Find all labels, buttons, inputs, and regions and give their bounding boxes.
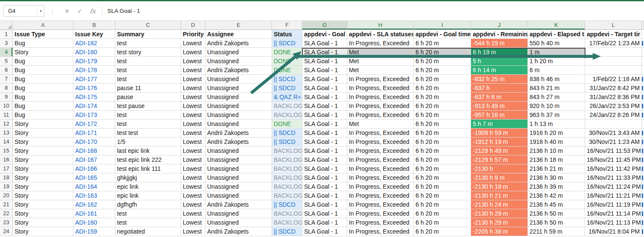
row-header-5[interactable]: 5 — [0, 57, 13, 66]
cell-target[interactable]: 24/Jan/22 8:26 PM — [585, 111, 642, 120]
cell-target[interactable]: 16/Nov/21 11:45 PM — [585, 155, 642, 164]
cell-goal_time[interactable]: 6 h 20 m — [414, 129, 471, 138]
cell-status[interactable]: BACKLOG — [272, 209, 302, 218]
cell-goal[interactable]: SLA Goal - 1 — [302, 227, 347, 236]
cell-remaining[interactable]: -2130 h 24 m — [471, 200, 528, 209]
cell-sla[interactable]: In Progress, Exceeded — [347, 200, 414, 209]
cell-goal[interactable]: SLA Goal - 1 — [302, 102, 347, 111]
cell-goal[interactable]: SLA Goal - 1 — [302, 57, 347, 66]
cell-status[interactable]: || SDCD — [272, 75, 302, 84]
cell-summary[interactable]: ghkjjgkj — [115, 173, 181, 182]
cell-assignee[interactable]: Unassigned — [205, 93, 272, 102]
row-header-16[interactable]: 16 — [0, 155, 13, 164]
cell-type[interactable]: Bug — [13, 39, 73, 48]
cell-elapsed[interactable]: 2136 h 18 m — [528, 155, 585, 164]
cell-summary[interactable]: test — [115, 111, 181, 120]
cell-remaining[interactable]: -2129 h 49 m — [471, 146, 528, 155]
cell-assignee[interactable]: Unassigned — [205, 146, 272, 155]
cell-elapsed[interactable]: 550 h 40 m — [528, 39, 585, 48]
cell-assignee[interactable]: Unassigned — [205, 164, 272, 173]
row-header-23[interactable]: 23 — [0, 218, 13, 227]
cell-type[interactable]: Story — [13, 209, 73, 218]
row-header-8[interactable]: 8 — [0, 84, 13, 93]
cell-type[interactable]: Story — [13, 120, 73, 129]
cell-summary[interactable]: test — [115, 218, 181, 227]
cell-target[interactable]: 16/Nov/21 11:14 PM — [585, 209, 642, 218]
cell-type[interactable]: Bug — [13, 84, 73, 93]
cell-remaining[interactable]: 6 h 14 m — [471, 66, 528, 75]
cell-sla[interactable]: In Progress, Exceeded — [347, 84, 414, 93]
cell-remaining[interactable]: -2130 h 29 m — [471, 218, 528, 227]
cell-assignee[interactable]: Andrii Zakopets — [205, 66, 272, 75]
cell-assignee[interactable]: Unassigned — [205, 155, 272, 164]
cell-priority[interactable]: Lowest — [181, 39, 205, 48]
cell-summary[interactable]: test story — [115, 48, 181, 57]
cell-summary[interactable]: test — [115, 75, 181, 84]
cell-elapsed[interactable]: 2136 h 10 m — [528, 146, 585, 155]
cell-goal[interactable]: SLA Goal - 1 — [302, 200, 347, 209]
cell-assignee[interactable]: Unassigned — [205, 102, 272, 111]
cell-remaining[interactable]: -2130 h 9 m — [471, 173, 528, 182]
cell-elapsed[interactable]: 1918 h 40 m — [528, 138, 585, 146]
header-cell-key[interactable]: Issue Key — [73, 30, 115, 39]
cell-sla[interactable]: In Progress, Exceeded — [347, 146, 414, 155]
cell-remaining[interactable]: 5 h — [471, 57, 528, 66]
cell-type[interactable]: Bug — [13, 111, 73, 120]
column-header-I[interactable]: I — [414, 21, 471, 30]
cell-type[interactable]: Story — [13, 200, 73, 209]
cell-type[interactable]: Bug — [13, 75, 73, 84]
cell-target[interactable] — [585, 120, 642, 129]
cell-elapsed[interactable]: 843 h 27 m — [528, 93, 585, 102]
cell-assignee[interactable]: Andrii Zakopets — [205, 227, 272, 236]
cell-target[interactable]: 26/Jan/22 3:53 PM — [585, 102, 642, 111]
cell-status[interactable]: || SDCD — [272, 84, 302, 93]
cell-elapsed[interactable]: 843 h 21 m — [528, 84, 585, 93]
cell-sla[interactable]: In Progress, Exceeded — [347, 111, 414, 120]
cell-elapsed[interactable]: 920 h 10 m — [528, 102, 585, 111]
cell-goal_time[interactable]: 6 h 20 m — [414, 218, 471, 227]
cell-priority[interactable]: Lowest — [181, 66, 205, 75]
cell-sla[interactable]: In Progress, Exceeded — [347, 155, 414, 164]
cell-elapsed[interactable]: 2211 h 59 m — [528, 227, 585, 236]
cell-summary[interactable]: test — [115, 120, 181, 129]
cell-assignee[interactable]: Unassigned — [205, 57, 272, 66]
cell-priority[interactable]: Lowest — [181, 209, 205, 218]
cell-summary[interactable]: 1/5 — [115, 138, 181, 146]
cell-type[interactable]: Bug — [13, 66, 73, 75]
cell-priority[interactable]: Lowest — [181, 102, 205, 111]
cell-summary[interactable]: test — [115, 209, 181, 218]
cell-key[interactable]: ADI-175 — [73, 93, 115, 102]
cell-status[interactable]: BACKLOG — [272, 218, 302, 227]
cell-remaining[interactable]: -2130 h 21 m — [471, 191, 528, 200]
cell-status[interactable]: || SDCD — [272, 200, 302, 209]
cell-goal_time[interactable]: 6 h 20 m — [414, 39, 471, 48]
header-cell-goal[interactable]: appdevi - Goal — [302, 30, 347, 39]
cell-key[interactable]: ADI-177 — [73, 75, 115, 84]
cell-elapsed[interactable]: 2136 h 50 m — [528, 218, 585, 227]
cell-key[interactable]: ADI-159 — [73, 227, 115, 236]
cell-status[interactable]: || SDCD — [272, 138, 302, 146]
cell-summary[interactable]: test — [115, 39, 181, 48]
cell-assignee[interactable]: Unassigned — [205, 218, 272, 227]
cell-elapsed[interactable]: 2136 h 21 m — [528, 164, 585, 173]
row-header-4[interactable]: 4 — [0, 48, 13, 57]
cell-summary[interactable]: negotiated — [115, 227, 181, 236]
cell-sla[interactable]: In Progress, Exceeded — [347, 182, 414, 191]
cell-key[interactable]: ADI-173 — [73, 111, 115, 120]
header-cell-type[interactable]: Issue Type — [13, 30, 73, 39]
cell-goal[interactable]: SLA Goal - 1 — [302, 48, 347, 57]
cell-target[interactable]: 16/Nov/21 11:21 PM — [585, 191, 642, 200]
cell-type[interactable]: Story — [13, 146, 73, 155]
cell-status[interactable]: BACKLOG — [272, 191, 302, 200]
cell-status[interactable]: DONE — [272, 120, 302, 129]
cell-type[interactable]: Story — [13, 191, 73, 200]
cancel-icon[interactable]: ✕ — [64, 8, 70, 15]
cell-goal_time[interactable]: 6 h 20 m — [414, 111, 471, 120]
cell-sla[interactable]: In Progress, Exceeded — [347, 227, 414, 236]
cell-status[interactable]: BACKLOG — [272, 182, 302, 191]
cell-status[interactable]: DONE — [272, 66, 302, 75]
cell-target[interactable]: 16/Nov/21 11:24 PM — [585, 182, 642, 191]
cell-goal_time[interactable]: 6 h 20 m — [414, 200, 471, 209]
header-cell-priority[interactable]: Priority — [181, 30, 205, 39]
cell-key[interactable]: ADI-178 — [73, 66, 115, 75]
